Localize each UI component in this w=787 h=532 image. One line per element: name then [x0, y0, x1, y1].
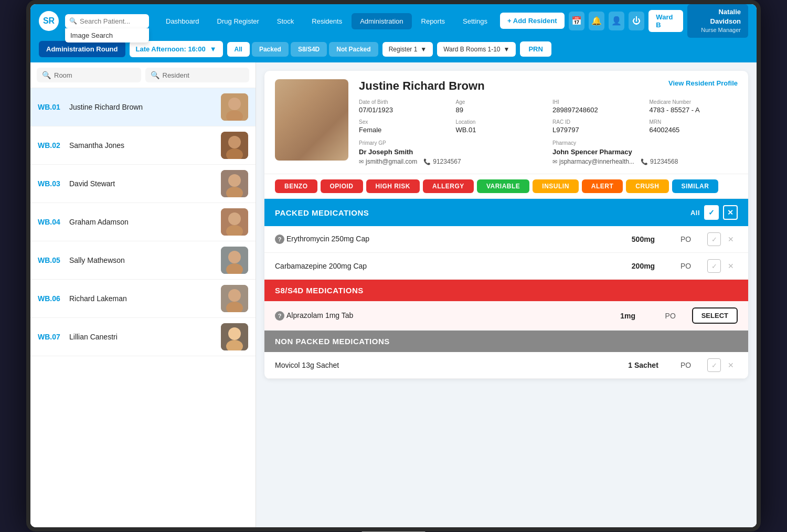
- packed-check-all-button[interactable]: ✓: [704, 205, 719, 220]
- resident-search[interactable]: 🔍 Resident: [145, 68, 250, 82]
- ihi-label: IHI: [552, 99, 641, 105]
- calendar-icon-button[interactable]: 📅: [569, 12, 584, 30]
- med-dose: 1mg: [607, 312, 649, 320]
- nav-settings[interactable]: Settings: [454, 13, 496, 29]
- filter-s8s4d[interactable]: S8/S4D: [291, 42, 327, 57]
- dob-field: Date of Birth 07/01/1923: [359, 99, 448, 114]
- pharmacy-email-item: ✉ jspharmacy@innerhealth...: [552, 158, 634, 165]
- view-profile-link[interactable]: View Resident Profile: [668, 79, 738, 87]
- patient-info: Justine Richard Brown View Resident Prof…: [359, 79, 738, 165]
- packed-x-all-button[interactable]: ✕: [723, 205, 738, 220]
- patient-item[interactable]: WB.01 Justine Richard Brown: [30, 88, 256, 126]
- svg-point-1: [228, 98, 241, 110]
- filter-all[interactable]: All: [227, 42, 250, 57]
- alert-badge: ALERT: [582, 179, 623, 193]
- med-actions: ✓ ✕: [707, 232, 738, 246]
- s8s4d-medications-list: ?Alprazolam 1mg Tab 1mg PO SELECT: [264, 301, 748, 331]
- prn-button[interactable]: PRN: [520, 41, 551, 57]
- contact-info-row: Primary GP Dr Joseph Smith ✉ jsmith@gmai…: [359, 140, 738, 165]
- patient-name: Graham Adamson: [69, 218, 214, 226]
- ward-rooms-dropdown[interactable]: Ward B Rooms 1-10 ▼: [437, 42, 516, 57]
- avatar: [221, 93, 248, 121]
- nav-administration[interactable]: Administration: [352, 13, 411, 29]
- patient-item[interactable]: WB.03 David Stewart: [30, 165, 256, 203]
- gp-email: jsmith@gmail.com: [366, 158, 417, 165]
- administration-round-button[interactable]: Administration Round: [39, 41, 125, 57]
- patient-item[interactable]: WB.05 Sally Mathewson: [30, 241, 256, 280]
- patient-title-row: Justine Richard Brown View Resident Prof…: [359, 79, 738, 93]
- nav-drug-register[interactable]: Drug Register: [209, 13, 268, 29]
- image-search-option[interactable]: Image Search: [65, 28, 149, 42]
- avatar: [221, 247, 248, 274]
- nav-stock[interactable]: Stock: [269, 13, 303, 29]
- nav-residents[interactable]: Residents: [303, 13, 350, 29]
- patient-item[interactable]: WB.04 Graham Adamson: [30, 203, 256, 241]
- room-number: WB.05: [38, 256, 62, 264]
- patient-item[interactable]: WB.07 Lillian Canestri: [30, 318, 256, 356]
- search-wrapper: 🔍 Image Search: [65, 14, 149, 28]
- alert-badge: SIMILAR: [672, 179, 719, 193]
- med-check-button[interactable]: ✓: [707, 259, 721, 273]
- sex-value: Female: [359, 126, 448, 134]
- pharmacy-phone: 91234568: [650, 158, 678, 165]
- filter-not-packed[interactable]: Not Packed: [329, 42, 378, 57]
- svg-point-13: [228, 251, 241, 263]
- user-badge[interactable]: Natalie Davidson Nurse Manager: [687, 4, 748, 38]
- ihi-field: IHI 289897248602: [552, 99, 641, 114]
- detail-card: Justine Richard Brown View Resident Prof…: [264, 71, 748, 379]
- patient-name: David Stewart: [69, 179, 214, 188]
- patient-item[interactable]: WB.06 Richard Lakeman: [30, 280, 256, 318]
- s8s4d-med-row: ?Alprazolam 1mg Tab 1mg PO SELECT: [264, 301, 748, 331]
- room-search[interactable]: 🔍 Room: [37, 68, 141, 82]
- resident-search-icon: 🔍: [151, 71, 159, 79]
- med-check-button[interactable]: ✓: [707, 358, 721, 372]
- filter-packed[interactable]: Packed: [252, 42, 289, 57]
- patient-item[interactable]: WB.02 Samantha Jones: [30, 126, 256, 165]
- svg-point-7: [228, 174, 241, 187]
- packed-header-title: PACKED MEDICATIONS: [275, 208, 690, 217]
- register-chevron-icon: ▼: [420, 46, 427, 53]
- select-button[interactable]: SELECT: [692, 307, 738, 324]
- rac-id-field: RAC ID L979797: [552, 119, 641, 134]
- main-content: 🔍 Room 🔍 Resident WB.01 Justine Richard …: [30, 62, 757, 527]
- dob-value: 07/01/1923: [359, 106, 448, 114]
- med-name: Carbamazepine 200mg Cap: [275, 262, 614, 270]
- avatar: [221, 208, 248, 236]
- med-x-button[interactable]: ✕: [724, 232, 738, 246]
- med-name: ?Alprazolam 1mg Tab: [275, 311, 599, 321]
- non-packed-header-title: NON PACKED MEDICATIONS: [275, 337, 738, 346]
- add-resident-button[interactable]: + Add Resident: [500, 13, 565, 29]
- alert-badge: INSULIN: [533, 179, 579, 193]
- nav-dashboard[interactable]: Dashboard: [157, 13, 208, 29]
- notifications-icon-button[interactable]: 🔔: [589, 12, 604, 30]
- logout-icon-button[interactable]: ⏻: [629, 12, 644, 30]
- avatar: [221, 285, 248, 312]
- mrn-field: MRN 64002465: [650, 119, 738, 134]
- nav-reports[interactable]: Reports: [413, 13, 454, 29]
- filter-pills: All Packed S8/S4D Not Packed: [227, 42, 378, 57]
- time-label: Late Afternoon: 16:00: [136, 45, 206, 53]
- top-nav: SR 🔍 Image Search Dashboard Drug Registe…: [30, 4, 757, 38]
- phone-icon: 📞: [423, 158, 431, 165]
- med-x-button[interactable]: ✕: [724, 358, 738, 372]
- ihi-value: 289897248602: [552, 106, 641, 114]
- medicare-value: 4783 - 85527 - A: [650, 106, 738, 114]
- register-dropdown[interactable]: Register 1 ▼: [382, 42, 433, 57]
- med-x-button[interactable]: ✕: [724, 259, 738, 273]
- pharmacy-phone-item: 📞 91234568: [641, 158, 678, 165]
- pharmacy-info: Pharmacy John Spencer Pharmacy ✉ jspharm…: [552, 140, 738, 165]
- chevron-down-icon: ▼: [210, 45, 217, 53]
- med-actions: ✓ ✕: [707, 259, 738, 273]
- location-value: WB.01: [456, 126, 545, 134]
- avatar: [221, 132, 248, 159]
- alert-badges: BENZOOPIOIDHIGH RISKALLERGYVARIABLEINSUL…: [264, 174, 748, 199]
- alert-badge: HIGH RISK: [366, 179, 420, 193]
- location-label: Location: [456, 119, 545, 125]
- profile-icon-button[interactable]: 👤: [609, 12, 624, 30]
- ward-badge[interactable]: Ward B: [648, 10, 683, 32]
- med-check-button[interactable]: ✓: [707, 232, 721, 246]
- time-dropdown[interactable]: Late Afternoon: 16:00 ▼: [130, 41, 223, 57]
- search-input[interactable]: [65, 14, 149, 28]
- packed-header-actions: All ✓ ✕: [690, 205, 738, 220]
- alert-badge: VARIABLE: [477, 179, 529, 193]
